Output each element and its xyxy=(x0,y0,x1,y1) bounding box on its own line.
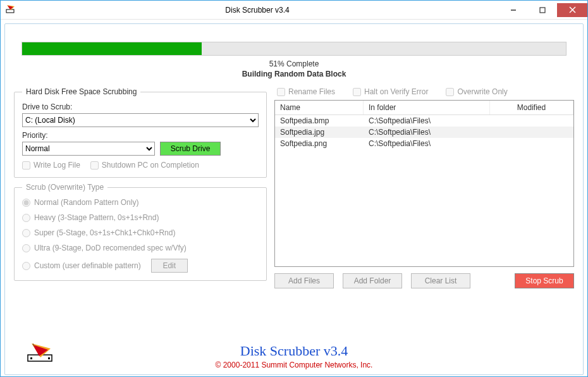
radio-ultra-input[interactable] xyxy=(22,244,30,252)
titlebar: Disk Scrubber v3.4 xyxy=(1,1,587,20)
radio-normal-label: Normal (Random Pattern Only) xyxy=(34,198,138,207)
radio-custom-input[interactable] xyxy=(22,262,30,270)
listview-body: Softpedia.bmp C:\Softpedia\Files\ Softpe… xyxy=(275,115,573,149)
list-item[interactable]: Softpedia.jpg C:\Softpedia\Files\ xyxy=(275,127,573,138)
scrub-type-legend: Scrub (Overwrite) Type xyxy=(22,183,107,192)
cell-folder: C:\Softpedia\Files\ xyxy=(369,128,495,137)
write-log-checkbox[interactable]: Write Log File xyxy=(22,161,80,170)
scrub-type-group: Scrub (Overwrite) Type Normal (Random Pa… xyxy=(14,183,267,281)
progress-bar xyxy=(21,42,567,56)
copyright: © 2000-2011 Summit Computer Networks, In… xyxy=(14,361,574,369)
write-log-input[interactable] xyxy=(22,161,30,170)
radio-super-label: Super (5-Stage, 0s+1s+Chk1+Chk0+Rnd) xyxy=(34,228,175,237)
right-options: Rename Files Halt on Verify Error Overwr… xyxy=(274,87,574,100)
halt-label: Halt on Verify Error xyxy=(364,87,428,96)
maximize-button[interactable] xyxy=(528,3,557,17)
halt-input[interactable] xyxy=(353,88,361,96)
radio-super[interactable]: Super (5-Stage, 0s+1s+Chk1+Chk0+Rnd) xyxy=(22,228,259,237)
cell-name: Softpedia.jpg xyxy=(280,128,369,137)
file-listview[interactable]: Name In folder Modified Softpedia.bmp C:… xyxy=(274,100,574,267)
radio-normal-input[interactable] xyxy=(22,199,30,207)
progress-label: 51% Complete xyxy=(21,59,567,68)
overwrite-label: Overwrite Only xyxy=(457,87,507,96)
priority-row: Priority: Normal Scrub Drive xyxy=(22,131,259,156)
right-column: Rename Files Halt on Verify Error Overwr… xyxy=(274,87,574,288)
product-name: Disk Scrubber v3.4 xyxy=(14,343,574,359)
footer: Disk Scrubber v3.4 © 2000-2011 Summit Co… xyxy=(14,343,574,369)
footer-logo-icon xyxy=(27,341,62,366)
svg-rect-0 xyxy=(6,9,14,13)
scrub-drive-button[interactable]: Scrub Drive xyxy=(160,142,221,156)
shutdown-label: Shutdown PC on Completion xyxy=(102,161,199,170)
cell-name: Softpedia.png xyxy=(280,139,369,148)
close-button[interactable] xyxy=(557,3,587,17)
list-item[interactable]: Softpedia.bmp C:\Softpedia\Files\ xyxy=(275,115,573,127)
svg-rect-8 xyxy=(30,357,32,359)
shutdown-checkbox[interactable]: Shutdown PC on Completion xyxy=(90,161,199,170)
cell-folder: C:\Softpedia\Files\ xyxy=(369,139,495,148)
halt-checkbox[interactable]: Halt on Verify Error xyxy=(353,87,428,96)
write-log-label: Write Log File xyxy=(34,161,80,170)
radio-heavy[interactable]: Heavy (3-Stage Pattern, 0s+1s+Rnd) xyxy=(22,213,259,222)
progress-section: 51% Complete Building Random Data Block xyxy=(21,42,567,78)
shutdown-input[interactable] xyxy=(90,161,99,170)
radio-ultra[interactable]: Ultra (9-Stage, DoD recomended spec w/Vf… xyxy=(22,244,259,252)
free-space-legend: Hard Disk Free Space Scrubbing xyxy=(22,87,140,96)
listview-header: Name In folder Modified xyxy=(275,101,573,115)
radio-custom-label: Custom (user definable pattern) xyxy=(34,261,141,270)
col-folder[interactable]: In folder xyxy=(364,101,490,114)
add-files-button[interactable]: Add Files xyxy=(274,273,334,288)
cell-modified xyxy=(495,116,568,125)
drive-row: Drive to Scrub: C: (Local Disk) xyxy=(22,102,259,127)
left-column: Hard Disk Free Space Scrubbing Drive to … xyxy=(14,87,267,288)
rename-label: Rename Files xyxy=(288,87,335,96)
app-icon xyxy=(6,4,16,16)
content-panel: 51% Complete Building Random Data Block … xyxy=(4,23,584,375)
radio-ultra-label: Ultra (9-Stage, DoD recomended spec w/Vf… xyxy=(34,244,187,252)
drive-label: Drive to Scrub: xyxy=(22,102,259,111)
cell-modified xyxy=(495,139,568,148)
clear-list-button[interactable]: Clear List xyxy=(411,273,470,288)
rename-checkbox[interactable]: Rename Files xyxy=(277,87,335,96)
add-folder-button[interactable]: Add Folder xyxy=(343,273,402,288)
progress-fill xyxy=(22,42,202,55)
cell-name: Softpedia.bmp xyxy=(280,116,369,125)
cell-folder: C:\Softpedia\Files\ xyxy=(369,116,495,125)
window-buttons xyxy=(499,3,587,17)
cell-modified xyxy=(495,128,568,137)
radio-custom-row: Custom (user definable pattern) Edit xyxy=(22,259,259,273)
priority-select[interactable]: Normal xyxy=(22,142,155,156)
rename-input[interactable] xyxy=(277,88,285,96)
radio-list: Normal (Random Pattern Only) Heavy (3-St… xyxy=(22,198,259,273)
priority-label: Priority: xyxy=(22,131,155,140)
col-name[interactable]: Name xyxy=(275,101,364,114)
options-row: Write Log File Shutdown PC on Completion xyxy=(22,161,259,170)
window-title: Disk Scrubber v3.4 xyxy=(16,6,499,15)
edit-button[interactable]: Edit xyxy=(151,259,188,273)
drive-select[interactable]: C: (Local Disk) xyxy=(22,113,259,127)
file-buttons: Add Files Add Folder Clear List Stop Scr… xyxy=(274,273,574,288)
radio-heavy-input[interactable] xyxy=(22,214,30,222)
list-item[interactable]: Softpedia.png C:\Softpedia\Files\ xyxy=(275,138,573,149)
radio-super-input[interactable] xyxy=(22,229,30,237)
radio-normal[interactable]: Normal (Random Pattern Only) xyxy=(22,198,259,207)
minimize-button[interactable] xyxy=(499,3,528,17)
overwrite-checkbox[interactable]: Overwrite Only xyxy=(446,87,507,96)
stop-scrub-button[interactable]: Stop Scrub xyxy=(515,273,574,288)
radio-heavy-label: Heavy (3-Stage Pattern, 0s+1s+Rnd) xyxy=(34,213,159,222)
col-modified[interactable]: Modified xyxy=(490,101,573,114)
progress-status: Building Random Data Block xyxy=(21,70,567,78)
svg-rect-4 xyxy=(540,8,545,13)
free-space-group: Hard Disk Free Space Scrubbing Drive to … xyxy=(14,87,267,178)
overwrite-input[interactable] xyxy=(446,88,454,96)
columns: Hard Disk Free Space Scrubbing Drive to … xyxy=(14,87,574,288)
app-window: Disk Scrubber v3.4 51% Complete Building… xyxy=(0,0,588,377)
svg-rect-9 xyxy=(48,357,50,359)
